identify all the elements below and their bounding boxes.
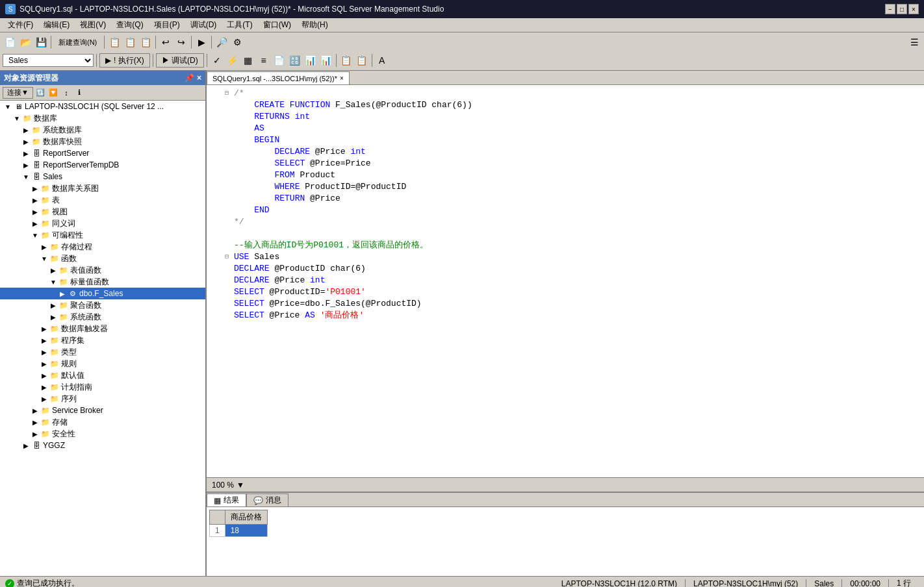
tree-item[interactable]: ▶ 📁 表值函数: [0, 264, 205, 276]
tree-item[interactable]: ▶ 📁 数据库快照: [0, 136, 205, 147]
tree-item[interactable]: ▶ 📁 数据库触发器: [0, 323, 205, 334]
tree-expand-icon[interactable]: ▶: [30, 185, 40, 192]
tree-expand-icon[interactable]: ▼: [21, 173, 31, 181]
menu-edit[interactable]: 编辑(E): [38, 18, 75, 32]
tree-item[interactable]: ▶ 📁 Service Broker: [0, 405, 205, 416]
tree-item[interactable]: ▶ 📁 程序集: [0, 334, 205, 346]
tree-expand-icon[interactable]: ▶: [39, 395, 49, 403]
oe-pin-icon[interactable]: 📌: [185, 73, 194, 82]
query-tab[interactable]: SQLQuery1.sql -...3SLOC1H\myj (52))* ×: [207, 71, 350, 84]
database-dropdown[interactable]: Sales: [3, 54, 94, 67]
tree-item[interactable]: ▶ ⚙ dbo.F_Sales: [0, 288, 205, 299]
tb-btn-3[interactable]: 📋: [138, 35, 153, 49]
parse-button[interactable]: ⚡: [225, 53, 240, 68]
tree-item[interactable]: ▼ 🖥 LAPTOP-N3SLOC1H (SQL Server 12 ...: [0, 101, 205, 112]
messages-tab[interactable]: 💬 消息: [246, 493, 289, 506]
oe-sync-button[interactable]: ↕: [60, 87, 72, 99]
tree-expand-icon[interactable]: ▼: [3, 103, 13, 110]
tree-item[interactable]: ▶ 📁 默认值: [0, 369, 205, 381]
tb-btn-4[interactable]: ▶: [194, 35, 209, 49]
new-query-button[interactable]: 新建查询(N): [54, 35, 101, 49]
oe-refresh-button[interactable]: 🔃: [34, 87, 46, 99]
minimize-button[interactable]: −: [885, 4, 895, 14]
open-button[interactable]: 📂: [18, 35, 32, 49]
collapse-marker[interactable]: ⊟: [225, 88, 234, 99]
menu-help[interactable]: 帮助(H): [296, 18, 333, 32]
tree-item[interactable]: ▶ 📁 计划指南: [0, 381, 205, 393]
execute-button[interactable]: ▶ ! 执行(X): [99, 53, 150, 68]
menu-debug[interactable]: 调试(D): [185, 18, 222, 32]
tree-item[interactable]: ▶ 📁 同义词: [0, 218, 205, 229]
new-file-button[interactable]: 📄: [3, 35, 17, 49]
tree-item[interactable]: ▶ 📁 数据库关系图: [0, 182, 205, 194]
tb-btn-right[interactable]: ☰: [907, 35, 921, 49]
tree-expand-icon[interactable]: ▶: [30, 197, 40, 204]
tree-expand-icon[interactable]: ▶: [21, 138, 31, 145]
tree-expand-icon[interactable]: ▶: [39, 360, 49, 368]
oe-close-icon[interactable]: ×: [197, 73, 201, 82]
zoom-dropdown-icon[interactable]: ▼: [237, 481, 244, 490]
tree-item[interactable]: ▶ 📁 类型: [0, 346, 205, 358]
tb-toolbar-6[interactable]: 📋: [339, 53, 353, 68]
tree-item[interactable]: ▶ 📁 存储: [0, 416, 205, 428]
code-editor[interactable]: ⊟ /* CREATE FUNCTION F_Sales(@ProductID …: [207, 85, 924, 477]
tree-item[interactable]: ▶ 📁 视图: [0, 206, 205, 218]
tree-expand-icon[interactable]: ▶: [39, 372, 49, 379]
tree-item[interactable]: ▶ 📁 序列: [0, 393, 205, 405]
tree-expand-icon[interactable]: ▶: [39, 349, 49, 356]
tree-item[interactable]: ▶ 📁 系统函数: [0, 311, 205, 323]
restore-button[interactable]: □: [897, 4, 907, 14]
tree-item[interactable]: ▶ 📁 系统数据库: [0, 124, 205, 136]
tb-btn-1[interactable]: 📋: [107, 35, 122, 49]
undo-button[interactable]: ↩: [159, 35, 173, 49]
tb-toolbar-5[interactable]: 📊: [319, 53, 333, 68]
tb-btn-6[interactable]: ⚙: [230, 35, 244, 49]
tree-expand-icon[interactable]: ▶: [39, 337, 49, 344]
menu-window[interactable]: 窗口(W): [258, 18, 296, 32]
tree-item[interactable]: ▼ 📁 数据库: [0, 112, 205, 124]
tree-item[interactable]: ▼ 📁 函数: [0, 253, 205, 264]
display-text-button[interactable]: ≡: [257, 53, 271, 68]
tree-expand-icon[interactable]: ▶: [21, 162, 31, 169]
tree-expand-icon[interactable]: ▶: [39, 384, 49, 391]
tree-expand-icon[interactable]: ▶: [57, 290, 68, 297]
check-button[interactable]: ✓: [210, 53, 224, 68]
window-controls[interactable]: − □ ×: [885, 4, 919, 14]
tree-expand-icon[interactable]: ▼: [48, 279, 58, 286]
connect-button[interactable]: 连接▼: [3, 87, 33, 99]
tb-toolbar-3[interactable]: 🔠: [288, 53, 302, 68]
tree-expand-icon[interactable]: ▶: [30, 419, 40, 426]
menu-project[interactable]: 项目(P): [149, 18, 185, 32]
menu-query[interactable]: 查询(Q): [111, 18, 148, 32]
tree-item[interactable]: ▶ 🗄 YGGZ: [0, 440, 205, 451]
tb-toolbar-4[interactable]: 📊: [303, 53, 318, 68]
tree-expand-icon[interactable]: ▶: [39, 325, 49, 332]
debug-button[interactable]: ▶ 调试(D): [156, 53, 204, 68]
tree-expand-icon[interactable]: ▶: [21, 150, 31, 157]
menu-tools[interactable]: 工具(T): [222, 18, 257, 32]
tab-close-button[interactable]: ×: [340, 75, 344, 82]
collapse-marker[interactable]: ⊟: [225, 251, 234, 263]
tree-item[interactable]: ▼ 🗄 Sales: [0, 171, 205, 182]
tree-item[interactable]: ▼ 📁 可编程性: [0, 229, 205, 241]
tree-item[interactable]: ▶ 🗄 ReportServer: [0, 147, 205, 159]
tree-expand-icon[interactable]: ▶: [30, 407, 40, 414]
tree-item[interactable]: ▶ 🗄 ReportServerTempDB: [0, 159, 205, 171]
tree-expand-icon[interactable]: ▶: [39, 244, 49, 251]
tree-expand-icon[interactable]: ▶: [21, 442, 31, 449]
menu-view[interactable]: 视图(V): [75, 18, 111, 32]
redo-button[interactable]: ↪: [174, 35, 188, 49]
display-file-button[interactable]: 📄: [272, 53, 287, 68]
menu-file[interactable]: 文件(F): [3, 18, 38, 32]
tree-item[interactable]: ▶ 📁 聚合函数: [0, 299, 205, 311]
tree-expand-icon[interactable]: ▼: [30, 232, 40, 239]
tree-expand-icon[interactable]: ▶: [48, 302, 58, 309]
tree-expand-icon[interactable]: ▶: [21, 127, 31, 134]
tree-item[interactable]: ▶ 📁 安全性: [0, 428, 205, 440]
oe-properties-button[interactable]: ℹ: [73, 87, 85, 99]
tree-item[interactable]: ▶ 📁 表: [0, 194, 205, 206]
tree-expand-icon[interactable]: ▶: [30, 431, 40, 438]
tree-item[interactable]: ▶ 📁 规则: [0, 358, 205, 369]
oe-filter-button[interactable]: 🔽: [47, 87, 59, 99]
results-tab[interactable]: ▦ 结果: [207, 493, 246, 506]
